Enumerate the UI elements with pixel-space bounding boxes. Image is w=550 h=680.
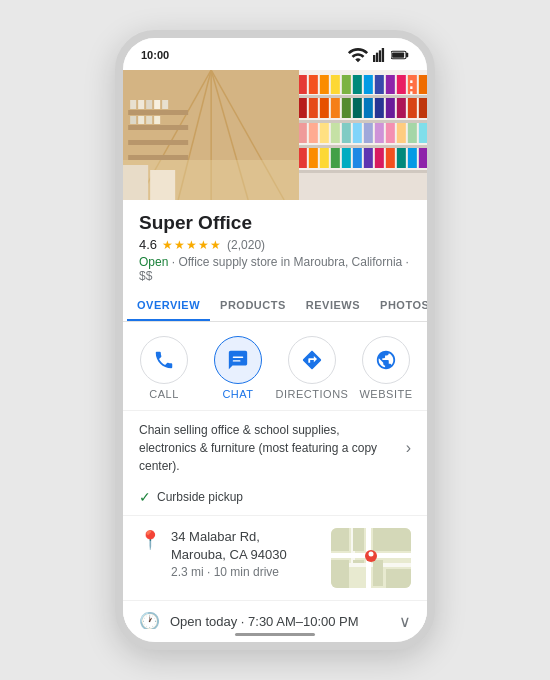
svg-rect-59	[309, 123, 318, 143]
svg-rect-57	[419, 98, 427, 118]
tabs-bar: OVERVIEW PRODUCTS REVIEWS PHOTOS ABOUT	[123, 291, 427, 322]
svg-rect-82	[299, 173, 427, 200]
chat-label: CHAT	[222, 388, 253, 400]
action-buttons: CALL CHAT DIRECTIONS	[123, 322, 427, 410]
chat-icon	[227, 349, 249, 371]
svg-rect-80	[408, 148, 417, 168]
directions-label: DIRECTIONS	[276, 388, 349, 400]
svg-rect-79	[397, 148, 406, 168]
svg-rect-22	[162, 100, 168, 109]
svg-rect-66	[386, 123, 395, 143]
tab-products[interactable]: PRODUCTS	[210, 291, 296, 321]
location-pin-icon: 📍	[139, 529, 161, 551]
svg-rect-31	[299, 120, 427, 123]
svg-rect-60	[320, 123, 329, 143]
svg-rect-73	[331, 148, 340, 168]
svg-rect-52	[364, 98, 373, 118]
tab-reviews[interactable]: REVIEWS	[296, 291, 370, 321]
content-area: ⋮ Super Office 4.6 ★★★★★ (2,020) Open · …	[123, 70, 427, 629]
chat-circle	[214, 336, 262, 384]
svg-rect-18	[130, 100, 136, 109]
svg-rect-5	[406, 53, 408, 58]
svg-rect-28	[150, 170, 175, 200]
home-indicator	[123, 629, 427, 642]
status-bar: 10:00	[123, 38, 427, 70]
open-status: Open	[139, 255, 168, 269]
hours-chevron-icon: ∨	[399, 612, 411, 629]
hours-text: Open today · 7:30 AM–10:00 PM	[170, 614, 359, 629]
svg-rect-50	[342, 98, 351, 118]
svg-rect-14	[128, 110, 188, 115]
svg-rect-94	[386, 569, 411, 588]
svg-rect-21	[154, 100, 160, 109]
svg-rect-78	[386, 148, 395, 168]
svg-rect-16	[128, 140, 188, 145]
svg-rect-0	[373, 55, 375, 62]
svg-rect-15	[128, 125, 188, 130]
svg-rect-81	[419, 148, 427, 168]
svg-rect-68	[408, 123, 417, 143]
description-row[interactable]: Chain selling office & school supplies, …	[123, 410, 427, 485]
svg-rect-26	[154, 116, 160, 124]
address-section[interactable]: 📍 34 Malabar Rd, Marouba, CA 94030 2.3 m…	[123, 515, 427, 600]
svg-rect-67	[397, 123, 406, 143]
svg-rect-92	[353, 560, 364, 563]
svg-rect-75	[353, 148, 362, 168]
svg-rect-77	[375, 148, 384, 168]
store-description-meta: Office supply store in Maroubra, Califor…	[139, 255, 409, 283]
directions-circle	[288, 336, 336, 384]
svg-rect-63	[353, 123, 362, 143]
mini-map[interactable]	[331, 528, 411, 588]
clock-icon: 🕐	[139, 611, 160, 629]
svg-rect-64	[364, 123, 373, 143]
directions-button[interactable]: DIRECTIONS	[280, 336, 344, 400]
svg-rect-65	[375, 123, 384, 143]
svg-rect-24	[138, 116, 144, 124]
svg-rect-1	[376, 53, 378, 62]
svg-rect-35	[309, 75, 318, 94]
svg-rect-61	[331, 123, 340, 143]
svg-rect-42	[386, 75, 395, 94]
phone-icon	[153, 349, 175, 371]
feature-row: ✓ Curbside pickup	[123, 485, 427, 515]
svg-rect-20	[146, 100, 152, 109]
check-icon: ✓	[139, 489, 151, 505]
tab-photos[interactable]: PHOTOS	[370, 291, 427, 321]
chat-button[interactable]: CHAT	[206, 336, 270, 400]
svg-rect-49	[331, 98, 340, 118]
svg-rect-46	[299, 98, 307, 118]
more-options-icon[interactable]: ⋮	[403, 78, 419, 97]
website-button[interactable]: WEBSITE	[354, 336, 418, 400]
phone-frame: 10:00	[115, 30, 435, 650]
tab-overview[interactable]: OVERVIEW	[127, 291, 210, 321]
description-text: Chain selling office & school supplies, …	[139, 421, 398, 475]
address-info: 34 Malabar Rd, Marouba, CA 94030 2.3 mi …	[171, 528, 321, 579]
svg-rect-71	[309, 148, 318, 168]
address-line1: 34 Malabar Rd,	[171, 528, 321, 546]
hours-section[interactable]: 🕐 Open today · 7:30 AM–10:00 PM ∨	[123, 600, 427, 629]
time-display: 10:00	[141, 49, 169, 61]
photo-section[interactable]: ⋮	[123, 70, 427, 200]
description-chevron-icon: ›	[406, 439, 411, 457]
svg-rect-55	[397, 98, 406, 118]
svg-rect-17	[128, 155, 188, 160]
svg-rect-62	[342, 123, 351, 143]
svg-rect-13	[123, 160, 299, 200]
feature-text: Curbside pickup	[157, 490, 243, 504]
svg-rect-2	[379, 50, 381, 62]
svg-rect-34	[299, 75, 307, 94]
rating-row: 4.6 ★★★★★ (2,020)	[139, 237, 411, 252]
svg-rect-76	[364, 148, 373, 168]
svg-rect-88	[331, 528, 349, 551]
address-line2: Marouba, CA 94030	[171, 546, 321, 564]
svg-rect-89	[353, 528, 364, 551]
call-button[interactable]: CALL	[132, 336, 196, 400]
svg-rect-69	[419, 123, 427, 143]
svg-rect-90	[373, 528, 411, 551]
svg-rect-53	[375, 98, 384, 118]
svg-rect-54	[386, 98, 395, 118]
status-icons	[347, 44, 409, 66]
svg-rect-93	[373, 560, 383, 586]
svg-rect-33	[299, 170, 427, 173]
svg-rect-48	[320, 98, 329, 118]
